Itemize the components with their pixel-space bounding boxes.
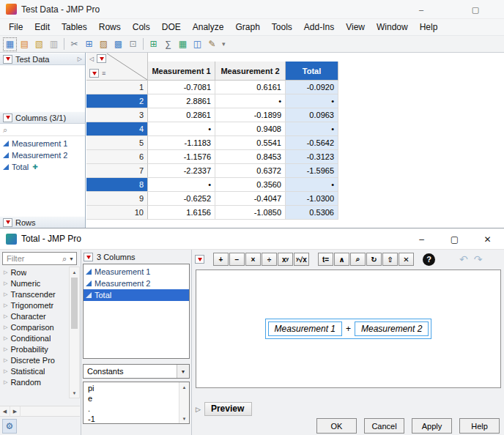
- function-category[interactable]: ▷ Statistical: [0, 365, 69, 376]
- function-category[interactable]: ▷ Row: [0, 267, 69, 278]
- formula-column-item[interactable]: Measurement 2: [84, 278, 189, 289]
- row-number-cell[interactable]: 3: [86, 108, 148, 122]
- formula-canvas[interactable]: Measurement 1 + Measurement 2: [196, 269, 501, 388]
- table-panel-header[interactable]: Test Data ▷: [0, 53, 85, 65]
- preview-toggle[interactable]: ▷ Preview: [196, 402, 252, 416]
- menu-item[interactable]: File: [3, 21, 29, 34]
- titlebar[interactable]: Test Data - JMP Pro – ▢: [0, 0, 504, 19]
- journal-icon[interactable]: ▩: [111, 37, 125, 51]
- measurement2-cell[interactable]: -0.1899: [215, 108, 286, 122]
- columns-menu-button[interactable]: [97, 54, 106, 63]
- columns-list-item[interactable]: Measurement 1 ✚: [0, 138, 85, 149]
- constant-item[interactable]: e: [84, 393, 178, 404]
- measurement1-cell[interactable]: -2.2337: [148, 164, 215, 178]
- function-category[interactable]: ▷ Random: [0, 376, 69, 387]
- disclosure-icon[interactable]: ▷: [4, 324, 7, 330]
- measurement1-cell[interactable]: •: [148, 122, 215, 136]
- measurement1-cell[interactable]: -1.1183: [148, 136, 215, 150]
- constants-scrollbar[interactable]: ▲ ▼: [179, 382, 189, 423]
- scroll-left-icon[interactable]: ◀: [0, 406, 10, 417]
- formula-expression[interactable]: Measurement 1 + Measurement 2: [265, 319, 432, 339]
- row-number-cell[interactable]: 5: [86, 136, 148, 150]
- menu-item[interactable]: Window: [371, 21, 414, 34]
- scroll-up-icon[interactable]: ▲: [70, 267, 79, 277]
- new-data-table-icon[interactable]: ▦: [3, 37, 17, 51]
- total-cell[interactable]: 0.0963: [286, 108, 338, 122]
- row-number-cell[interactable]: 2: [86, 94, 148, 108]
- red-triangle-button[interactable]: [3, 218, 12, 227]
- column-header-measurement1[interactable]: Measurement 1: [148, 62, 215, 81]
- maximize-button[interactable]: ▢: [467, 5, 483, 15]
- formula-column-item[interactable]: Measurement 1: [84, 266, 189, 278]
- total-cell[interactable]: -0.0920: [286, 81, 338, 94]
- columns-red-triangle-button[interactable]: [84, 253, 93, 261]
- function-category[interactable]: ▷ Probability: [0, 343, 69, 354]
- filter-dropdown-icon[interactable]: ▼: [69, 256, 74, 261]
- function-category[interactable]: ▷ Trigonometr: [0, 300, 69, 311]
- undo-button[interactable]: ↶: [457, 253, 470, 265]
- scroll-right-icon[interactable]: ▶: [10, 406, 21, 417]
- evaluate-button[interactable]: ⇧: [382, 253, 398, 266]
- peel-expression-button[interactable]: ∧: [334, 253, 349, 266]
- red-triangle-button[interactable]: [3, 114, 12, 122]
- columns-panel-header[interactable]: Columns (3/1): [0, 111, 85, 124]
- ok-button[interactable]: OK: [316, 418, 357, 434]
- grid-corner[interactable]: ◁ ≡: [86, 53, 148, 81]
- multiply-button[interactable]: ×: [245, 253, 261, 266]
- disclosure-icon[interactable]: ▷: [4, 291, 7, 297]
- menu-item[interactable]: Rows: [93, 21, 127, 34]
- measurement2-cell[interactable]: 0.8453: [215, 150, 286, 164]
- disclosure-icon[interactable]: ▷: [4, 346, 7, 352]
- formula-column-item[interactable]: Total: [84, 289, 189, 301]
- column-header-total[interactable]: Total: [286, 62, 338, 81]
- total-cell[interactable]: -0.5642: [286, 136, 338, 150]
- open-icon[interactable]: ▧: [32, 37, 46, 51]
- total-cell[interactable]: •: [286, 122, 338, 136]
- menu-item[interactable]: View: [340, 21, 371, 34]
- copy-icon[interactable]: ⊞: [82, 37, 96, 51]
- total-cell[interactable]: -1.0300: [286, 192, 338, 206]
- menu-item[interactable]: Tools: [266, 21, 298, 34]
- function-category[interactable]: ▷ Conditional: [0, 332, 69, 343]
- row-number-cell[interactable]: 10: [86, 206, 148, 220]
- row-number-cell[interactable]: 1: [86, 81, 148, 94]
- disclosure-icon[interactable]: ▷: [4, 379, 7, 385]
- minus-button[interactable]: −: [229, 253, 245, 266]
- menu-item[interactable]: Tables: [56, 21, 93, 34]
- plus-button[interactable]: +: [213, 253, 229, 266]
- measurement1-cell[interactable]: 0.2861: [148, 108, 215, 122]
- save-icon[interactable]: ▥: [47, 37, 61, 51]
- scroll-up-icon[interactable]: ▲: [179, 382, 189, 392]
- menu-item[interactable]: Add-Ins: [298, 21, 340, 34]
- data-table-icon[interactable]: ⊞: [147, 37, 160, 51]
- summary-icon[interactable]: ∑: [161, 37, 175, 51]
- total-cell[interactable]: •: [286, 94, 338, 108]
- row-number-cell[interactable]: 6: [86, 150, 148, 164]
- measurement2-cell[interactable]: 0.6161: [215, 81, 286, 94]
- delete-button[interactable]: ✕: [399, 253, 414, 266]
- zoom-button[interactable]: ⌕: [350, 253, 366, 266]
- disclosure-icon[interactable]: ▷: [4, 335, 7, 341]
- row-number-cell[interactable]: 8: [86, 178, 148, 192]
- columns-list-item[interactable]: Measurement 2 ✚: [0, 149, 85, 161]
- column-header-measurement2[interactable]: Measurement 2: [215, 62, 286, 81]
- formula-red-triangle-button[interactable]: [195, 255, 204, 264]
- disclosure-icon[interactable]: ▷: [4, 302, 7, 308]
- row-number-cell[interactable]: 7: [86, 164, 148, 178]
- disclosure-icon[interactable]: ▷: [4, 368, 7, 374]
- cancel-button[interactable]: Cancel: [364, 418, 404, 434]
- category-hscrollbar[interactable]: ◀ ▶: [0, 406, 80, 417]
- close-button[interactable]: ✕: [471, 228, 504, 250]
- measurement1-cell[interactable]: -0.7081: [148, 81, 215, 94]
- settings-gear-button[interactable]: ⚙: [2, 419, 17, 434]
- scroll-down-icon[interactable]: ▼: [179, 414, 189, 423]
- measurement2-cell[interactable]: 0.5541: [215, 136, 286, 150]
- menu-item[interactable]: Graph: [229, 21, 265, 34]
- constant-item[interactable]: pi: [84, 383, 178, 393]
- menu-item[interactable]: Analyze: [187, 21, 230, 34]
- disclosure-icon[interactable]: ▷: [4, 313, 7, 319]
- measurement2-cell[interactable]: •: [215, 94, 286, 108]
- graph-builder-icon[interactable]: ▦: [176, 37, 190, 51]
- total-cell[interactable]: •: [286, 178, 338, 192]
- menu-item[interactable]: Cols: [127, 21, 156, 34]
